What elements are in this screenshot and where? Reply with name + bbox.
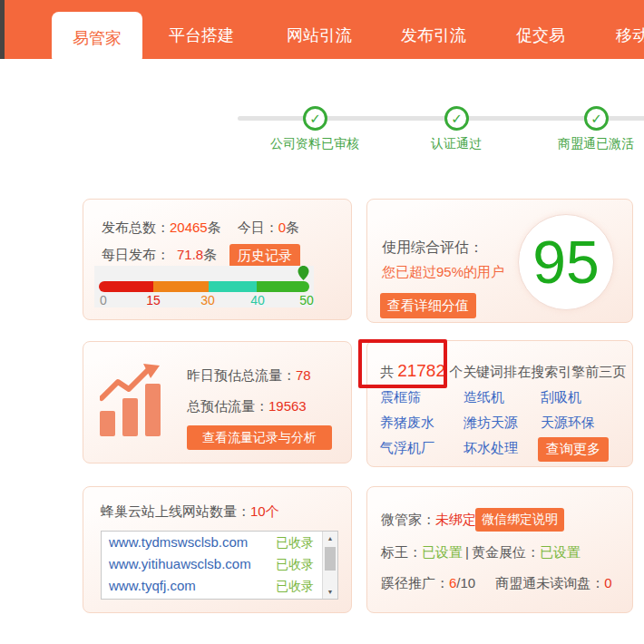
site-row: www.yitihuawsclsb.com 已收录 xyxy=(102,553,337,575)
gold-label: 黄金展位： xyxy=(472,544,540,560)
publish-total-label: 发布总数： xyxy=(102,220,170,235)
today-label: 今日： xyxy=(238,220,278,235)
wechat-bind-help-button[interactable]: 微信绑定说明 xyxy=(475,508,564,532)
traffic-card: 昨日预估总流量：78 总预估流量：19563 查看流量记录与分析 xyxy=(83,341,352,463)
nav-left-dark-strip xyxy=(0,0,5,59)
scrollbar-down-arrow-icon[interactable]: ▼ xyxy=(323,585,337,599)
wechat-line: 微管家：未绑定 xyxy=(381,512,476,529)
publish-total-value: 20465 xyxy=(170,220,208,235)
today-unit: 条 xyxy=(286,220,299,235)
bw-label: 标王： xyxy=(381,544,422,560)
check-icon: ✓ xyxy=(309,112,321,125)
keywords-summary-line: 共 21782 个关键词排在搜索引擎前三页 xyxy=(380,361,626,381)
sites-title-value: 10个 xyxy=(250,503,279,519)
wechat-label: 微管家： xyxy=(381,512,435,527)
publish-gauge: 0 15 30 40 50 xyxy=(94,266,314,307)
view-score-detail-button[interactable]: 查看详细分值 xyxy=(380,293,476,318)
traffic-yesterday-label: 昨日预估总流量： xyxy=(187,367,296,383)
traffic-total-value: 19563 xyxy=(268,398,307,414)
view-traffic-record-button[interactable]: 查看流量记录与分析 xyxy=(187,425,332,450)
keywords-summary-prefix: 共 xyxy=(380,364,397,379)
scrollbar[interactable]: ▲ ▼ xyxy=(322,532,337,599)
daily-label: 每日发布： xyxy=(102,247,170,262)
traffic-yesterday-line: 昨日预估总流量：78 xyxy=(187,367,311,385)
step-label-auth-passed: 认证通过 xyxy=(431,136,482,152)
keyword-link[interactable]: 养猪废水 xyxy=(380,415,434,432)
daily-value: 71.8 xyxy=(177,247,203,262)
publish-stats-card: 发布总数：20465条今日：0条 每日发布：71.8条 历史记录 0 15 30… xyxy=(83,199,352,320)
traffic-total-label: 总预估流量： xyxy=(187,398,268,414)
gauge-tick-15: 15 xyxy=(146,293,161,307)
separator: | xyxy=(465,544,469,560)
keywords-summary-suffix: 个关键词排在搜索引擎前三页 xyxy=(445,364,626,379)
score-subtitle: 您已超过95%的用户 xyxy=(382,264,504,281)
tab-yiguanjia-active[interactable]: 易管家 xyxy=(52,12,142,64)
site-url-link[interactable]: www.tyqfj.com xyxy=(109,575,196,597)
site-status-badge: 已收录 xyxy=(276,553,314,575)
keyword-link[interactable]: 震框筛 xyxy=(380,389,421,406)
traffic-total-line: 总预估流量：19563 xyxy=(187,398,307,415)
bw-gold-line: 标王：已设置|黄金展位：已设置 xyxy=(381,544,581,561)
site-url-link[interactable]: www.tydmswsclsb.com xyxy=(109,532,248,553)
gauge-tick-30: 30 xyxy=(200,293,215,307)
keyword-link[interactable]: 刮吸机 xyxy=(541,389,581,406)
query-more-button[interactable]: 查询更多 xyxy=(538,437,609,462)
traffic-yesterday-value: 78 xyxy=(296,367,311,383)
keyword-link[interactable]: 气浮机厂 xyxy=(380,440,434,457)
sites-title-label: 蜂巢云站上线网站数量： xyxy=(101,503,250,519)
score-value: 95 xyxy=(532,232,599,292)
xijing-inquiry-line: 蹊径推广：6/10商盟通未读询盘：0 xyxy=(381,575,612,592)
bw-status: 已设置 xyxy=(422,544,463,560)
inquiry-label: 商盟通未读询盘： xyxy=(495,575,604,590)
today-value: 0 xyxy=(278,220,286,235)
history-record-button[interactable]: 历史记录 xyxy=(229,244,300,268)
site-status-badge: 已收录 xyxy=(276,575,314,597)
top-nav-bar: 易管家 平台搭建 网站引流 发布引流 促交易 移动 xyxy=(0,0,644,59)
score-card: 使用综合评估： 您已超过95%的用户 查看详细分值 95 xyxy=(366,199,633,323)
gauge-segment-green xyxy=(257,281,309,292)
site-row: www.tyqfj.com 已收录 xyxy=(102,575,337,597)
gauge-marker-pin-icon xyxy=(298,266,309,280)
site-status-badge: 已收录 xyxy=(276,532,314,553)
tab-pingtai-dajian[interactable]: 平台搭建 xyxy=(169,24,234,46)
scrollbar-thumb[interactable] xyxy=(325,547,336,571)
keyword-link[interactable]: 天源环保 xyxy=(541,415,595,432)
gauge-tick-0: 0 xyxy=(100,293,107,307)
publish-daily-line: 每日发布：71.8条 xyxy=(102,247,217,264)
bar-chart-trend-icon xyxy=(100,362,172,436)
site-row: www.tydmswsclsb.com 已收录 xyxy=(102,532,337,553)
check-icon: ✓ xyxy=(590,112,602,125)
keyword-link[interactable]: 潍坊天源 xyxy=(463,415,518,432)
tab-wangzhan-yinliu[interactable]: 网站引流 xyxy=(287,24,352,46)
stepper-line xyxy=(238,116,644,121)
keyword-link[interactable]: 造纸机 xyxy=(463,389,504,406)
publish-total-unit: 条 xyxy=(208,220,221,235)
keywords-card: 共 21782 个关键词排在搜索引擎前三页 震框筛 造纸机 刮吸机 养猪废水 潍… xyxy=(366,340,633,467)
step-check-icon-2: ✓ xyxy=(444,106,469,131)
tab-yiguanjia-label: 易管家 xyxy=(73,27,122,49)
gauge-tick-50: 50 xyxy=(299,293,314,307)
step-label-smt-activated: 商盟通已激活 xyxy=(558,136,634,152)
publish-total-line: 发布总数：20465条今日：0条 xyxy=(102,220,299,237)
gauge-bar xyxy=(99,281,309,292)
keyword-link[interactable]: 坏水处理 xyxy=(463,440,518,457)
site-url-link[interactable]: www.yitihuawsclsb.com xyxy=(109,553,251,575)
sites-list-box: www.tydmswsclsb.com 已收录 www.yitihuawscls… xyxy=(101,531,338,600)
tab-cujiaoyi[interactable]: 促交易 xyxy=(516,24,565,46)
score-circle: 95 xyxy=(518,214,614,310)
tab-fabu-yinliu[interactable]: 发布引流 xyxy=(401,24,466,46)
tab-yidong[interactable]: 移动 xyxy=(616,24,644,46)
gauge-segment-teal xyxy=(209,281,257,292)
score-title: 使用综合评估： xyxy=(382,239,483,258)
xijing-label: 蹊径推广： xyxy=(381,575,449,590)
daily-unit: 条 xyxy=(203,247,217,262)
sites-title-line: 蜂巢云站上线网站数量：10个 xyxy=(101,503,279,521)
scrollbar-up-arrow-icon[interactable]: ▲ xyxy=(323,532,337,545)
gauge-segment-red xyxy=(99,281,153,292)
keywords-count: 21782 xyxy=(397,361,445,380)
gold-status: 已设置 xyxy=(540,544,581,560)
step-check-icon-3: ✓ xyxy=(584,106,609,131)
gauge-tick-40: 40 xyxy=(250,293,265,307)
cloud-sites-card: 蜂巢云站上线网站数量：10个 www.tydmswsclsb.com 已收录 w… xyxy=(83,486,352,613)
xijing-total: /10 xyxy=(456,575,475,590)
